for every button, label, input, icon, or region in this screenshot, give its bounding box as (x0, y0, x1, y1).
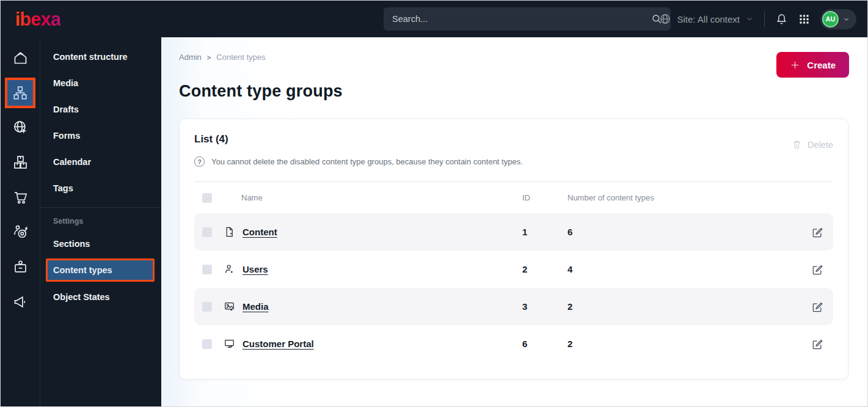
column-header-id: ID (522, 193, 567, 202)
trash-icon (792, 139, 802, 150)
plus-icon (790, 60, 800, 70)
sidebar-item-content-structure[interactable]: Content structure (40, 43, 161, 70)
rail-item-products[interactable] (1, 145, 40, 180)
topbar-actions: Site: All context AU (659, 1, 856, 37)
customer-portal-monitor-icon (224, 338, 235, 350)
delete-button-label: Delete (808, 140, 833, 150)
notifications-button[interactable] (775, 13, 788, 26)
commerce-cart-icon (12, 189, 29, 205)
card-note: ? You cannot delete the disabled content… (194, 156, 833, 167)
breadcrumb-separator: > (207, 54, 211, 61)
edit-group-button[interactable] (810, 337, 825, 351)
group-id: 2 (522, 264, 567, 274)
rail-item-commerce[interactable] (1, 180, 40, 215)
breadcrumb-current: Content types (216, 53, 265, 62)
topbar: ibexa Site: All context AU (1, 1, 867, 37)
search-input[interactable] (392, 14, 651, 24)
sidebar-item-drafts[interactable]: Drafts (40, 96, 161, 122)
page-title: Content type groups (179, 82, 848, 101)
main-content: Admin > Content types Create Content typ… (161, 37, 867, 406)
megaphone-icon (12, 293, 29, 310)
sidebar-item-label: Content structure (53, 52, 128, 62)
product-boxes-icon (12, 154, 29, 170)
bell-icon (775, 13, 788, 26)
select-all-checkbox[interactable] (202, 193, 212, 203)
rail-item-content[interactable] (1, 75, 40, 110)
create-button[interactable]: Create (776, 52, 849, 78)
user-menu[interactable]: AU (820, 9, 856, 29)
group-link-customer-portal[interactable]: Customer Portal (243, 339, 314, 349)
chevron-down-icon (842, 15, 850, 23)
site-context-dropdown[interactable]: Site: All context (659, 13, 754, 25)
sidebar-item-media[interactable]: Media (40, 70, 161, 96)
rail-item-campaigns[interactable] (1, 284, 40, 319)
sidebar-item-label: Tags (53, 183, 73, 193)
rail-item-site[interactable] (1, 110, 40, 145)
sidebar-item-tags[interactable]: Tags (40, 175, 161, 201)
edit-icon (811, 338, 823, 350)
group-link-users[interactable]: Users (243, 264, 268, 274)
edit-icon (811, 226, 823, 238)
group-id: 1 (522, 227, 567, 237)
group-count: 2 (567, 339, 803, 349)
content-hierarchy-icon (12, 85, 28, 101)
sidebar-item-label: Media (53, 78, 78, 88)
content-type-groups-card: List (4) Delete ? You cannot delete the … (179, 119, 848, 380)
column-header-name: Name (222, 193, 522, 202)
sidebar-item-label: Sections (53, 239, 90, 249)
rail-item-admin[interactable] (1, 249, 40, 284)
site-context-label: Site: All context (677, 14, 740, 24)
sidebar-item-label: Calendar (53, 157, 91, 167)
sidebar-item-content-types[interactable]: Content types (46, 258, 155, 282)
rail-item-personalization[interactable] (1, 215, 40, 249)
edit-group-button[interactable] (810, 299, 825, 314)
table-row: Users 2 4 (194, 251, 833, 288)
app-switcher-button[interactable] (798, 13, 810, 25)
sidebar-item-calendar[interactable]: Calendar (40, 148, 161, 175)
edit-icon (811, 263, 823, 276)
breadcrumb-admin[interactable]: Admin (179, 53, 202, 62)
home-icon (12, 50, 29, 66)
row-checkbox[interactable] (202, 265, 212, 274)
row-checkbox[interactable] (202, 339, 212, 349)
sidebar-item-forms[interactable]: Forms (40, 122, 161, 148)
table-row: Customer Portal 6 2 (194, 325, 833, 362)
media-image-icon (224, 301, 235, 312)
content-type-groups-table: Name ID Number of content types Content … (194, 182, 833, 362)
sidebar-item-sections[interactable]: Sections (40, 230, 161, 257)
table-row: Media 3 2 (194, 288, 833, 325)
sidebar-item-label: Forms (53, 131, 80, 141)
edit-group-button[interactable] (810, 262, 825, 277)
delete-button[interactable]: Delete (792, 139, 833, 150)
rail-item-dashboard[interactable] (1, 40, 40, 75)
grid-icon (798, 13, 810, 25)
group-link-content[interactable]: Content (243, 227, 277, 237)
users-person-icon (224, 263, 235, 275)
personalization-target-icon (12, 224, 29, 240)
group-link-media[interactable]: Media (243, 301, 269, 312)
chevron-down-icon (745, 15, 754, 23)
row-checkbox[interactable] (202, 227, 212, 237)
edit-group-button[interactable] (810, 225, 825, 240)
icon-rail (1, 37, 40, 406)
table-row: Content 1 6 (194, 213, 833, 251)
site-globe-icon (12, 119, 29, 136)
sidebar-menu: Content structure Media Drafts Forms Cal… (40, 37, 161, 406)
table-header-row: Name ID Number of content types (194, 182, 833, 213)
help-icon: ? (194, 156, 205, 167)
avatar: AU (822, 11, 839, 28)
sidebar-item-object-states[interactable]: Object States (40, 284, 161, 310)
list-count-title: List (4) (194, 133, 228, 145)
active-highlight-box (5, 78, 35, 108)
sidebar-group-settings: Settings (40, 208, 161, 230)
group-id: 3 (522, 301, 567, 312)
group-id: 6 (522, 339, 567, 349)
content-file-icon (224, 226, 235, 238)
row-checkbox[interactable] (202, 302, 212, 312)
column-header-count: Number of content types (567, 193, 803, 202)
topbar-divider (764, 11, 765, 27)
breadcrumb: Admin > Content types (179, 53, 848, 62)
group-count: 4 (567, 264, 803, 274)
global-search[interactable] (384, 7, 671, 31)
sidebar-item-label: Drafts (53, 105, 79, 114)
